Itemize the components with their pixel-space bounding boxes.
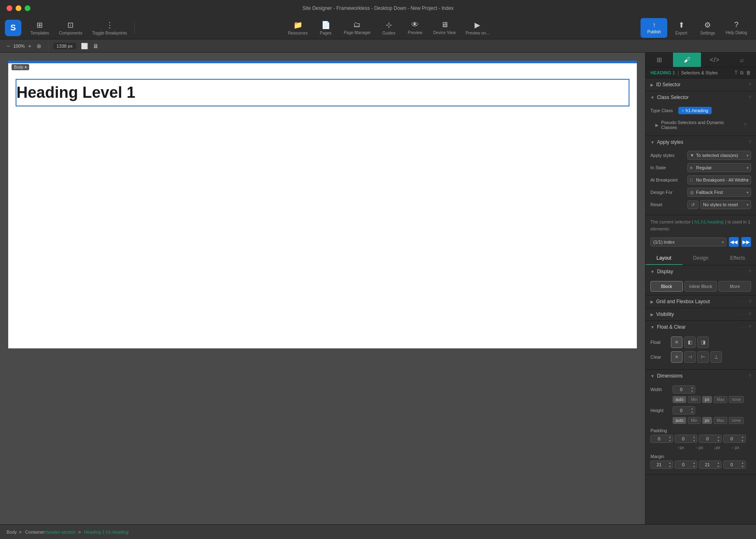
reset-button[interactable]: ↺	[687, 200, 698, 209]
grid-flexbox-header[interactable]: ▶ Grid and Flexbox Layout · · · ?	[645, 295, 756, 308]
height-none-tag[interactable]: none	[729, 417, 744, 424]
design-for-select[interactable]: Fallback First	[687, 188, 751, 197]
margin-bottom-input[interactable]	[699, 461, 716, 468]
help-button[interactable]: ? Help Dialog	[721, 18, 751, 37]
float-right-btn[interactable]: ◨	[697, 336, 709, 348]
class-selector-header[interactable]: ▼ Class Selector ?	[645, 91, 756, 104]
tab-code[interactable]: </>	[701, 53, 728, 67]
apply-styles-header[interactable]: ▼ Apply styles ?	[645, 136, 756, 148]
apply-styles-select[interactable]: To selected class(es)	[687, 151, 751, 160]
mt-up[interactable]: ▲	[667, 461, 673, 465]
height-px-tag[interactable]: px	[702, 417, 712, 424]
body-tag-badge[interactable]: Body ▾	[12, 64, 29, 70]
delete-tool-icon[interactable]: 🗑	[746, 70, 751, 76]
info-selector-link[interactable]: h1.h1-heading	[695, 219, 724, 224]
page-manager-button[interactable]: 🗂 Page Manager	[340, 18, 375, 38]
pl-dn[interactable]: ▼	[740, 439, 745, 442]
mr-dn[interactable]: ▼	[691, 465, 697, 468]
zoom-decrease-button[interactable]: −	[5, 42, 12, 50]
at-breakpoint-select[interactable]: No Breakpoint - All Widths	[687, 175, 751, 184]
width-min-tag[interactable]: Min	[688, 396, 700, 403]
float-left-btn[interactable]: ◧	[684, 336, 696, 348]
publish-button[interactable]: ↑ Publish	[641, 18, 667, 38]
margin-top-input[interactable]	[651, 461, 667, 468]
preview-on-button[interactable]: ▶ Preview on...	[461, 18, 493, 38]
margin-left-input[interactable]	[724, 461, 740, 468]
pt-up[interactable]: ▲	[667, 435, 673, 439]
visibility-header[interactable]: ▶ Visibility · · · ?	[645, 308, 756, 320]
copy-tool-icon[interactable]: ⧉	[740, 70, 744, 76]
width-up-icon[interactable]: ▲	[689, 386, 695, 389]
padding-bottom-input[interactable]	[699, 435, 716, 442]
pt-dn[interactable]: ▼	[667, 439, 673, 442]
width-px-tag[interactable]: px	[702, 396, 712, 403]
float-clear-header[interactable]: ▼ Float & Clear · · · ?	[645, 321, 756, 333]
canvas-area[interactable]: Body ▾ Heading Level 1	[0, 53, 645, 524]
display-inline-block-btn[interactable]: Inline Block	[685, 281, 717, 292]
in-state-select[interactable]: Regular	[687, 163, 751, 172]
heading-container[interactable]: Heading Level 1	[16, 80, 629, 106]
id-selector-header[interactable]: ▶ ID Selector ?	[645, 78, 756, 91]
ml-dn[interactable]: ▼	[740, 465, 745, 468]
maximize-button[interactable]	[25, 5, 30, 11]
clear-none-btn[interactable]: ✕	[671, 351, 682, 363]
height-up-icon[interactable]: ▲	[689, 407, 695, 410]
device-view-button[interactable]: 🖥 Device View	[429, 18, 460, 38]
width-none-tag[interactable]: none	[729, 396, 744, 403]
dimensions-header[interactable]: ▼ Dimensions · · · ?	[645, 370, 756, 382]
components-button[interactable]: ⊡ Components	[55, 18, 87, 38]
guides-button[interactable]: ⊹ Guides	[376, 18, 401, 38]
settings-button[interactable]: ⚙ Settings	[695, 18, 720, 38]
height-max-tag[interactable]: Max	[714, 417, 727, 424]
pseudo-selectors-header[interactable]: ▶ Pseudo Selectors and Dynamic Classes ?	[650, 117, 751, 132]
clear-both-btn[interactable]: ⊥	[710, 351, 722, 363]
tab-layout[interactable]: Layout	[645, 252, 682, 265]
margin-right-input[interactable]	[675, 461, 691, 468]
padding-top-input[interactable]	[651, 435, 667, 442]
pr-dn[interactable]: ▼	[691, 439, 697, 442]
width-max-tag[interactable]: Max	[714, 396, 727, 403]
tab-design[interactable]: Design	[682, 252, 719, 265]
tab-effects[interactable]: Effects	[719, 252, 756, 265]
zoom-fit-button[interactable]: ⊕	[35, 42, 43, 50]
display-section-header[interactable]: ▼ Display · · · ?	[645, 265, 756, 278]
heading-element[interactable]: Heading Level 1	[16, 80, 629, 106]
canvas-frame-button[interactable]: ⬜	[79, 42, 90, 50]
padding-right-input[interactable]	[675, 435, 691, 442]
width-input[interactable]	[673, 386, 689, 393]
display-more-btn[interactable]: More	[719, 281, 751, 292]
mb-dn[interactable]: ▼	[716, 465, 721, 468]
export-button[interactable]: ⬆ Export	[669, 18, 694, 38]
class-tag[interactable]: × h1-heading	[678, 107, 712, 114]
ml-up[interactable]: ▲	[740, 461, 745, 465]
height-down-icon[interactable]: ▼	[689, 410, 695, 414]
tab-style[interactable]: 🖌	[673, 53, 701, 67]
templates-button[interactable]: ⊞ Templates	[26, 18, 53, 38]
tab-grid[interactable]: ⊞	[645, 53, 673, 67]
breadcrumb-container-link[interactable]: header-section	[46, 530, 76, 534]
display-block-btn[interactable]: Block	[650, 281, 683, 292]
clear-left-btn[interactable]: ⊣	[684, 351, 696, 363]
width-down-icon[interactable]: ▼	[689, 389, 695, 393]
reset-select[interactable]: No styles to reset	[700, 200, 751, 209]
pb-dn[interactable]: ▼	[716, 439, 721, 442]
breadcrumb-body[interactable]: Body	[7, 530, 17, 534]
width-auto-tag[interactable]: auto	[673, 396, 686, 403]
text-tool-icon[interactable]: T	[735, 70, 738, 76]
preview-button[interactable]: 👁 Preview	[403, 18, 427, 38]
mt-dn[interactable]: ▼	[667, 465, 673, 468]
mb-up[interactable]: ▲	[716, 461, 721, 465]
class-tag-remove-icon[interactable]: ×	[682, 108, 684, 113]
pb-up[interactable]: ▲	[716, 435, 721, 439]
resources-button[interactable]: 📁 Resources	[284, 18, 312, 38]
nav-next-button[interactable]: ▶▶	[741, 237, 751, 247]
zoom-increase-button[interactable]: +	[26, 42, 33, 50]
pr-up[interactable]: ▲	[691, 435, 697, 439]
minimize-button[interactable]	[16, 5, 21, 11]
nav-prev-button[interactable]: ◀◀	[729, 237, 739, 247]
float-none-btn[interactable]: ✕	[671, 336, 682, 348]
breadcrumb-heading-link[interactable]: h1-heading	[106, 530, 129, 534]
clear-right-btn[interactable]: ⊢	[697, 351, 709, 363]
pages-button[interactable]: 📄 Pages	[313, 18, 338, 38]
tab-search[interactable]: ⌕	[728, 53, 756, 67]
